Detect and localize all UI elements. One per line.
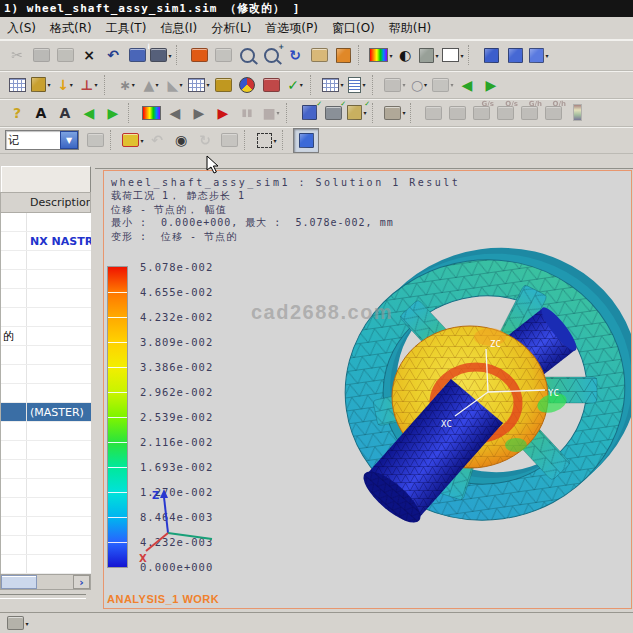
- load-icon[interactable]: ↓▾: [53, 73, 77, 96]
- menu-item-l[interactable]: 分析(L): [204, 18, 258, 39]
- zoom-fill-icon[interactable]: [211, 44, 235, 67]
- result-chart-icon[interactable]: [235, 73, 259, 96]
- table-row[interactable]: [1, 479, 91, 498]
- chevron-down-icon[interactable]: ▾: [362, 81, 365, 88]
- colormap-icon[interactable]: ▾: [369, 44, 393, 67]
- chevron-down-icon[interactable]: ▾: [273, 137, 276, 144]
- legend-options-icon[interactable]: [565, 101, 589, 124]
- window-switch-icon[interactable]: [503, 44, 527, 67]
- rotate-view-icon[interactable]: ↻: [283, 44, 307, 67]
- chevron-down-icon[interactable]: ▾: [340, 81, 343, 88]
- undo-icon[interactable]: ↶: [101, 44, 125, 67]
- result-wedge-icon[interactable]: [445, 101, 469, 124]
- cut-icon[interactable]: ✂: [5, 44, 29, 67]
- menu-item-i[interactable]: 信息(I): [153, 18, 204, 39]
- bottom-toolbar-icon[interactable]: ▾: [6, 612, 30, 633]
- find-icon[interactable]: ▾: [149, 44, 173, 67]
- chevron-down-icon[interactable]: ▾: [70, 81, 73, 88]
- chevron-down-icon[interactable]: ▾: [300, 81, 303, 88]
- table-row[interactable]: [1, 384, 91, 403]
- view-info-icon[interactable]: i: [125, 44, 149, 67]
- page-prev-icon[interactable]: ◀: [77, 101, 101, 124]
- pan-view-icon[interactable]: [307, 44, 331, 67]
- table-row[interactable]: [1, 441, 91, 460]
- solve-icon[interactable]: ✓▾: [283, 73, 307, 96]
- mesh-2d-icon[interactable]: ◣▾: [163, 73, 187, 96]
- undo-small-icon[interactable]: ↶: [145, 129, 169, 152]
- show-hide-icon[interactable]: ◉: [169, 129, 193, 152]
- chevron-down-icon[interactable]: ▾: [363, 109, 366, 116]
- scroll-right-arrow-icon[interactable]: ›: [73, 575, 90, 589]
- menu-item-h[interactable]: 帮助(H): [382, 18, 438, 39]
- material-icon[interactable]: [211, 73, 235, 96]
- paste-icon[interactable]: [53, 44, 77, 67]
- scrollbar-thumb[interactable]: [1, 575, 37, 589]
- chevron-down-icon[interactable]: ▾: [206, 81, 209, 88]
- chevron-down-icon[interactable]: ▾: [402, 81, 405, 88]
- display-window-icon[interactable]: [259, 73, 283, 96]
- chevron-down-icon[interactable]: ▾: [168, 52, 171, 59]
- render-style-icon[interactable]: ◐: [393, 44, 417, 67]
- frame-last-icon[interactable]: ▶: [187, 101, 211, 124]
- chevron-down-icon[interactable]: ▾: [140, 137, 143, 144]
- load-result-icon[interactable]: ✓: [297, 101, 321, 124]
- stop-animation-icon[interactable]: ■▾: [259, 101, 283, 124]
- node-create-icon[interactable]: ∗▾: [115, 73, 139, 96]
- result-smooth-icon[interactable]: [421, 101, 445, 124]
- page-next-icon[interactable]: ▶: [101, 101, 125, 124]
- shaded-view-icon[interactable]: [331, 44, 355, 67]
- select-rect-icon[interactable]: ▾: [255, 129, 279, 152]
- description-column-header[interactable]: Description: [0, 192, 91, 213]
- mesh-3d-icon[interactable]: ▲▾: [139, 73, 163, 96]
- menu-item-p[interactable]: 首选项(P): [258, 18, 325, 39]
- table-row[interactable]: [1, 289, 91, 308]
- fem-feature-icon[interactable]: ▾: [29, 73, 53, 96]
- model-check-icon[interactable]: ✓▾: [345, 101, 369, 124]
- menu-item-r[interactable]: 格式(R): [43, 18, 99, 39]
- visual-style-icon[interactable]: ▾: [417, 44, 441, 67]
- help-icon[interactable]: ?: [5, 101, 29, 124]
- annotation-pick-icon[interactable]: A: [53, 101, 77, 124]
- copy-icon[interactable]: [29, 44, 53, 67]
- pan-small-icon[interactable]: [217, 129, 241, 152]
- chevron-down-icon[interactable]: ▾: [132, 81, 135, 88]
- nav-back-icon[interactable]: ◀: [455, 73, 479, 96]
- result-gh-icon[interactable]: G/h: [517, 101, 541, 124]
- result-gs-icon[interactable]: G/s: [469, 101, 493, 124]
- view-selector-combobox[interactable]: 记 ▼: [5, 130, 79, 150]
- chevron-down-icon[interactable]: ▾: [435, 52, 438, 59]
- clip-box-icon[interactable]: ▾: [431, 73, 455, 96]
- table-row[interactable]: [1, 251, 91, 270]
- nav-forward-icon[interactable]: ▶: [479, 73, 503, 96]
- chevron-down-icon[interactable]: ▾: [155, 81, 158, 88]
- delete-icon[interactable]: ×: [77, 44, 101, 67]
- table-row[interactable]: [1, 213, 91, 232]
- chevron-down-icon[interactable]: ▾: [545, 52, 548, 59]
- menu-item-o[interactable]: 窗口(O): [325, 18, 382, 39]
- table-row[interactable]: [1, 422, 91, 441]
- smooth-tool-icon[interactable]: ▾: [383, 73, 407, 96]
- chevron-down-icon[interactable]: ▾: [47, 81, 50, 88]
- zoom-in-out-icon[interactable]: +: [259, 44, 283, 67]
- graphics-viewport[interactable]: wheel_shaft_assy_sim1 : Solution 1 Resul…: [103, 170, 632, 609]
- snap-point-icon[interactable]: ▾: [121, 129, 145, 152]
- play-animation-icon[interactable]: ▶: [211, 101, 235, 124]
- chevron-down-icon[interactable]: ▾: [277, 109, 280, 116]
- background-color-icon[interactable]: ▾: [441, 44, 465, 67]
- tool-check-icon[interactable]: ✓: [321, 101, 345, 124]
- report-icon[interactable]: ▾: [345, 73, 369, 96]
- panel-splitter[interactable]: [0, 594, 86, 599]
- table-row[interactable]: [1, 498, 91, 517]
- menu-item-s[interactable]: 入(S): [0, 18, 43, 39]
- horizontal-scrollbar[interactable]: ›: [0, 574, 91, 590]
- result-oh-icon[interactable]: O/h: [541, 101, 565, 124]
- chevron-down-icon[interactable]: ▾: [460, 52, 463, 59]
- window-new-icon[interactable]: ▾: [527, 44, 551, 67]
- window-display-icon[interactable]: [479, 44, 503, 67]
- table-row[interactable]: [1, 555, 91, 574]
- sim-navigator-icon[interactable]: [5, 73, 29, 96]
- chevron-down-icon[interactable]: ▼: [60, 131, 78, 149]
- zoom-region-icon[interactable]: [235, 44, 259, 67]
- chevron-down-icon[interactable]: ▾: [402, 109, 405, 116]
- chevron-down-icon[interactable]: ▾: [424, 81, 427, 88]
